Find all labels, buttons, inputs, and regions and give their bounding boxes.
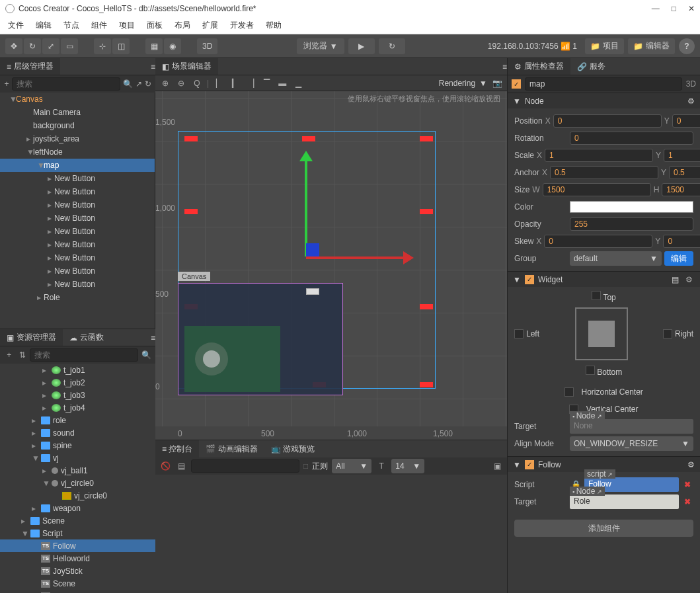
clear-console-icon[interactable]: 🚫 [159, 460, 171, 472]
tree-row[interactable]: ▼leftNode [0, 145, 155, 159]
asset-row[interactable]: ▸Scene [0, 514, 155, 527]
asset-row[interactable]: TSHelloworld [0, 552, 155, 565]
popout-icon[interactable]: ▣ [491, 460, 503, 472]
remove-target-icon[interactable]: ✖ [681, 497, 693, 506]
align-left-icon[interactable]: ▏ [213, 77, 225, 89]
align-bottom-icon[interactable]: ▁ [292, 77, 304, 89]
tree-row[interactable]: ▸New Button [0, 264, 155, 278]
open-log-icon[interactable]: ▤ [175, 460, 187, 472]
edit-group-button[interactable]: 编辑 [664, 251, 693, 266]
collapse-icon[interactable]: ↗ [136, 78, 142, 90]
rect-tool-icon[interactable]: ▭ [61, 38, 78, 54]
hierarchy-tab[interactable]: ≡ 层级管理器 [0, 58, 60, 75]
node-button-marker[interactable] [184, 136, 198, 141]
local-tool-icon[interactable]: ◫ [112, 38, 130, 54]
3d-toggle[interactable]: 3D [197, 38, 217, 54]
menu-item[interactable]: 项目 [115, 19, 139, 32]
menu-item[interactable]: 编辑 [32, 19, 56, 32]
align-top-icon[interactable]: ▔ [260, 77, 272, 89]
console-tab[interactable]: ≡ 控制台 [155, 440, 199, 457]
align-mode-dropdown[interactable]: ON_WINDOW_RESIZE▼ [570, 436, 693, 451]
refresh-button[interactable]: ↻ [379, 38, 405, 54]
align-center-icon[interactable]: ▎ [229, 77, 241, 89]
widget-target-slot[interactable]: ▪ Node ↗None [570, 419, 693, 434]
cloud-tab[interactable]: ☁ 云函数 [63, 329, 110, 346]
inspector-tab[interactable]: ⚙ 属性检查器 [508, 58, 570, 75]
menu-item[interactable]: 扩展 [198, 19, 222, 32]
asset-row[interactable]: ▸t_job3 [0, 389, 155, 401]
scale-tool-icon[interactable]: ⤢ [42, 38, 59, 54]
anchor-tool-icon[interactable]: ⊹ [94, 38, 111, 54]
anchor-y-input[interactable] [669, 166, 700, 179]
position-x-input[interactable] [553, 114, 662, 128]
tree-row[interactable]: ▸New Button [0, 185, 155, 198]
tree-row[interactable]: ▼Canvas [0, 93, 155, 106]
project-button[interactable]: 📁 项目 [585, 38, 624, 54]
search-icon[interactable]: 🔍 [123, 78, 133, 90]
asset-row[interactable]: vj_circle0 [0, 489, 155, 502]
ui-button[interactable] [306, 288, 319, 295]
gear-icon[interactable]: ⚙ [683, 274, 695, 286]
widget-section-header[interactable]: ▼✓Widget ▤ ⚙ [508, 271, 700, 287]
tree-row[interactable]: ▼map [0, 159, 155, 172]
tree-row[interactable]: ▸New Button [0, 198, 155, 212]
asset-row[interactable]: TSJoyStick [0, 565, 155, 577]
tree-row[interactable]: ▸New Button [0, 278, 155, 291]
tree-row[interactable]: background [0, 119, 155, 132]
menu-item[interactable]: 组件 [87, 19, 111, 32]
asset-row[interactable]: ▸t_job4 [0, 401, 155, 414]
asset-row[interactable]: ▸spine [0, 439, 155, 452]
editor-button[interactable]: 📁 编辑器 [628, 38, 675, 54]
widget-bottom-checkbox[interactable] [586, 366, 595, 375]
menu-item[interactable]: 帮助 [262, 19, 286, 32]
asset-row[interactable]: TSScene1 [0, 590, 155, 593]
menu-item[interactable]: 布局 [171, 19, 194, 32]
anchor-x-input[interactable] [550, 166, 658, 179]
create-node-icon[interactable]: + [4, 78, 9, 90]
services-tab[interactable]: 🔗 服务 [570, 58, 612, 75]
asset-row[interactable]: ▸sound [0, 426, 155, 439]
widget-top-checkbox[interactable] [592, 291, 601, 300]
assets-menu-icon[interactable]: ≡ [151, 333, 155, 342]
rotate-tool-icon[interactable]: ↻ [24, 38, 41, 54]
zoom-in-icon[interactable]: ⊕ [159, 77, 171, 89]
scene-menu-icon[interactable]: ≡ [502, 62, 507, 71]
hierarchy-search-input[interactable] [12, 77, 120, 91]
console-filter-input[interactable] [191, 459, 299, 473]
asset-row[interactable]: ▼vj [0, 452, 155, 464]
align-right-icon[interactable]: ▕ [245, 77, 256, 89]
minimize-button[interactable]: — [652, 4, 660, 13]
widget-right-checkbox[interactable] [663, 329, 672, 338]
origin-gizmo[interactable] [306, 243, 319, 257]
zoom-out-icon[interactable]: ⊖ [175, 77, 187, 89]
assets-tab[interactable]: ▣ 资源管理器 [0, 329, 63, 346]
widget-enabled-checkbox[interactable]: ✓ [525, 275, 534, 284]
widget-hcenter-checkbox[interactable] [564, 387, 574, 397]
sort-icon[interactable]: ⇅ [17, 349, 28, 361]
tree-row[interactable]: ▸New Button [0, 212, 155, 225]
node-button-marker[interactable] [420, 209, 433, 214]
console-tab[interactable]: 📺 游戏预览 [264, 440, 321, 457]
console-tab[interactable]: 🎬 动画编辑器 [199, 440, 264, 457]
regex-checkbox-label[interactable]: 正则 [312, 461, 328, 472]
y-axis-gizmo[interactable] [305, 157, 307, 257]
maximize-button[interactable]: □ [672, 4, 676, 13]
log-level-dropdown[interactable]: All▼ [332, 459, 371, 473]
joystick-ball[interactable] [203, 350, 220, 368]
node-active-checkbox[interactable]: ✓ [512, 79, 521, 89]
position-y-input[interactable] [672, 114, 700, 128]
distribute-tool-icon[interactable]: ◉ [164, 38, 181, 54]
tree-row[interactable]: ▸Role [0, 291, 155, 304]
asset-row[interactable]: ▸vj_ball1 [0, 464, 155, 477]
asset-row[interactable]: TSFollow [0, 539, 155, 552]
node-button-marker[interactable] [184, 209, 198, 214]
help-button[interactable]: ? [679, 38, 695, 54]
node-button-marker[interactable] [420, 382, 433, 387]
remove-script-icon[interactable]: ✖ [681, 480, 693, 489]
tree-row[interactable]: ▸New Button [0, 172, 155, 185]
play-button[interactable]: ▶ [348, 38, 375, 54]
camera-icon[interactable]: 📷 [491, 77, 503, 89]
size-h-input[interactable] [662, 183, 700, 196]
hierarchy-menu-icon[interactable]: ≡ [151, 62, 155, 71]
size-w-input[interactable] [543, 183, 651, 196]
